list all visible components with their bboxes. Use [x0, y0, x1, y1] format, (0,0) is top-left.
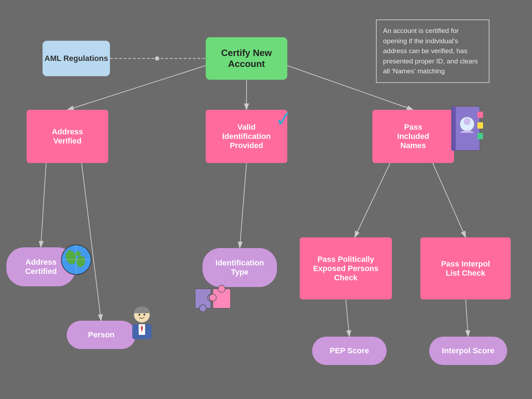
svg-point-33	[209, 294, 216, 301]
person-node: Person	[67, 321, 136, 349]
certify-label: Certify NewAccount	[221, 47, 272, 69]
person-label: Person	[88, 330, 115, 339]
svg-point-19	[464, 118, 471, 125]
svg-line-7	[240, 163, 246, 248]
pass-interpol-label: Pass InterpolList Check	[441, 259, 490, 278]
svg-point-23	[75, 251, 81, 256]
address-book-icon	[446, 105, 485, 154]
svg-rect-16	[477, 133, 483, 139]
interpol-score-node: Interpol Score	[429, 337, 507, 365]
svg-rect-14	[477, 112, 483, 118]
pass-included-names-node: PassIncludedNames	[372, 110, 454, 163]
svg-point-31	[144, 314, 145, 316]
id-type-label: IdentificationType	[216, 258, 264, 277]
svg-rect-15	[477, 122, 483, 129]
svg-line-11	[466, 299, 468, 337]
svg-line-5	[41, 163, 46, 247]
person-avatar-icon	[126, 305, 158, 340]
diagram-container: AML Regulations Certify NewAccount An ac…	[0, 0, 532, 399]
svg-point-30	[139, 314, 140, 316]
address-certified-label: AddressCertified	[25, 258, 57, 276]
pep-score-node: PEP Score	[312, 337, 387, 365]
pass-pep-label: Pass PoliticallyExposed PersonsCheck	[313, 255, 379, 282]
svg-line-9	[433, 163, 466, 237]
address-verified-label: AddressVerified	[52, 127, 83, 146]
svg-line-8	[355, 163, 390, 237]
globe-icon	[60, 244, 92, 276]
valid-id-label: ValidIdentificationProvided	[222, 123, 271, 150]
interpol-score-label: Interpol Score	[442, 346, 494, 355]
svg-point-1	[155, 56, 159, 61]
address-verified-node: AddressVerified	[27, 110, 108, 163]
svg-point-35	[199, 305, 206, 312]
pass-included-label: PassIncludedNames	[397, 123, 429, 150]
aml-regulations-label: AML Regulations	[44, 54, 108, 63]
pass-interpol-node: Pass InterpolList Check	[420, 237, 511, 299]
certify-new-account-node: Certify NewAccount	[206, 37, 287, 80]
svg-rect-17	[451, 106, 456, 151]
pep-score-label: PEP Score	[330, 346, 369, 355]
svg-line-10	[346, 299, 349, 337]
puzzle-icon	[192, 282, 241, 317]
svg-point-34	[218, 285, 225, 292]
id-type-node: IdentificationType	[203, 248, 277, 287]
svg-line-6	[82, 163, 101, 321]
aml-regulations-node: AML Regulations	[43, 41, 110, 76]
checkmark-icon: ✓	[274, 106, 294, 132]
note-text: An account is certified for opening if t…	[383, 27, 478, 75]
pass-pep-node: Pass PoliticallyExposed PersonsCheck	[300, 237, 392, 299]
note-box: An account is certified for opening if t…	[376, 19, 489, 83]
